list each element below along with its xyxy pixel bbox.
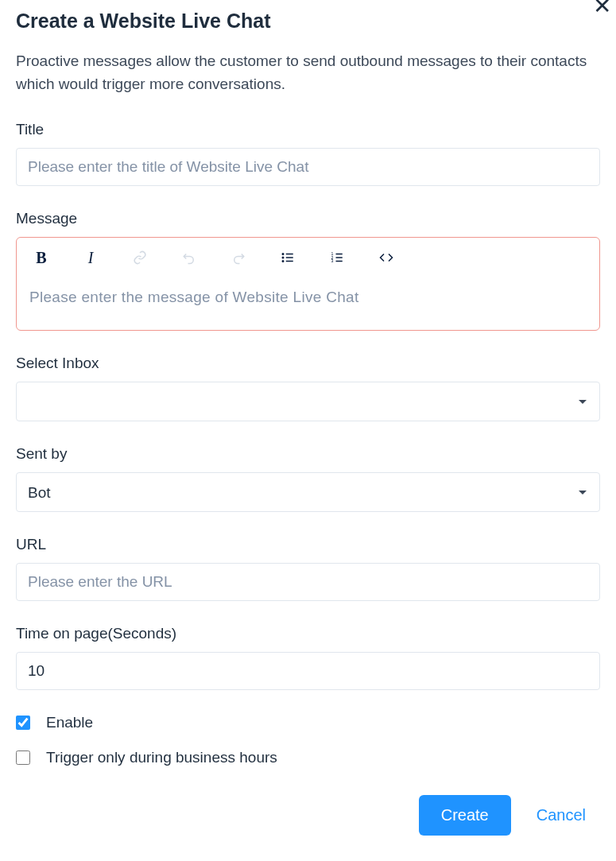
code-button[interactable] — [378, 249, 395, 266]
ordered-list-button[interactable]: 1 2 3 — [328, 249, 346, 266]
business-hours-label: Trigger only during business hours — [46, 749, 277, 766]
url-label: URL — [16, 536, 600, 553]
message-label: Message — [16, 210, 600, 227]
italic-button[interactable]: I — [82, 249, 99, 266]
link-button[interactable] — [131, 249, 149, 266]
undo-icon — [182, 250, 196, 265]
time-on-page-label: Time on page(Seconds) — [16, 625, 600, 642]
inbox-label: Select Inbox — [16, 355, 600, 372]
svg-point-4 — [282, 257, 284, 258]
page-description: Proactive messages allow the customer to… — [16, 50, 600, 95]
bullet-list-button[interactable] — [279, 249, 296, 266]
sent-by-label: Sent by — [16, 445, 600, 463]
svg-text:3: 3 — [331, 258, 334, 263]
url-input[interactable] — [16, 563, 600, 601]
title-input[interactable] — [16, 148, 600, 186]
bold-icon: B — [36, 249, 46, 267]
close-icon: ✕ — [593, 0, 611, 18]
bold-button[interactable]: B — [33, 249, 50, 266]
bullet-list-icon — [281, 250, 295, 265]
create-button[interactable]: Create — [419, 795, 511, 836]
cancel-button[interactable]: Cancel — [537, 806, 586, 824]
time-on-page-input[interactable] — [16, 652, 600, 690]
undo-button[interactable] — [180, 249, 198, 266]
svg-point-3 — [282, 254, 284, 255]
link-icon — [133, 250, 147, 265]
inbox-select[interactable] — [16, 382, 600, 421]
message-editor[interactable]: B I — [16, 237, 600, 331]
redo-icon — [231, 250, 246, 265]
editor-toolbar: B I — [29, 249, 587, 266]
business-hours-checkbox[interactable] — [16, 750, 30, 765]
sent-by-select[interactable]: Bot — [16, 472, 600, 512]
title-label: Title — [16, 121, 600, 138]
enable-label: Enable — [46, 714, 93, 731]
message-content[interactable]: Please enter the message of Website Live… — [29, 289, 587, 306]
svg-point-5 — [282, 261, 284, 262]
redo-button[interactable] — [230, 249, 247, 266]
close-button[interactable]: ✕ — [593, 0, 611, 17]
enable-checkbox[interactable] — [16, 716, 30, 730]
code-icon — [379, 250, 393, 265]
ordered-list-icon: 1 2 3 — [330, 250, 344, 265]
page-title: Create a Website Live Chat — [16, 10, 600, 33]
italic-icon: I — [88, 249, 94, 267]
